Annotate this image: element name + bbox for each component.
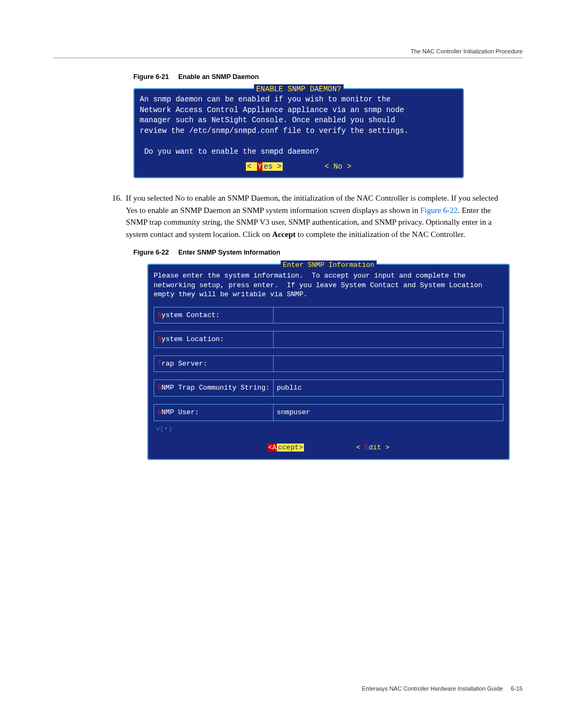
scroll-indicator: v(+)	[156, 424, 503, 434]
page-number: 6-15	[511, 685, 523, 692]
figure-title: Enter SNMP System Information	[178, 249, 280, 256]
step-number: 16.	[112, 192, 126, 240]
trap-server-row: Trap Server:	[154, 355, 503, 373]
community-string-row: SNMP Trap Community String: public	[154, 379, 503, 397]
snmp-info-dialog: Enter SNMP Information Please enter the …	[147, 264, 510, 460]
trap-server-label: Trap Server:	[154, 355, 274, 373]
page-footer: Enterasys NAC Controller Hardware Instal…	[362, 685, 523, 692]
step-16: 16. If you selected No to enable an SNMP…	[112, 192, 507, 240]
system-contact-row: System Contact:	[154, 307, 503, 324]
dialog-title: ENABLE SNMP DAEMON?	[254, 84, 343, 95]
dialog-body: An snmp daemon can be enabled if you wis…	[140, 94, 458, 157]
figure-link[interactable]: Figure 6-22	[420, 206, 458, 215]
figure-6-22-caption: Figure 6-22 Enter SNMP System Informatio…	[133, 249, 523, 256]
system-location-label: System Location:	[154, 331, 274, 348]
figure-6-21-caption: Figure 6-21 Enable an SNMP Daemon	[133, 73, 523, 81]
page-header: The NAC Controller Initialization Proced…	[53, 48, 523, 58]
footer-text: Enterasys NAC Controller Hardware Instal…	[362, 685, 503, 692]
system-location-input[interactable]	[274, 331, 503, 348]
dialog-title: Enter SNMP Information	[281, 260, 377, 270]
no-button[interactable]: < No >	[324, 162, 351, 172]
system-contact-label: System Contact:	[154, 307, 274, 324]
snmp-user-row: SNMP User: snmpuser	[154, 404, 503, 421]
accept-button[interactable]: <Accept>	[268, 444, 304, 452]
dialog-intro: Please enter the system information. To …	[154, 271, 503, 299]
community-string-input[interactable]: public	[274, 379, 503, 397]
figure-number: Figure 6-22	[133, 249, 169, 256]
edit-button[interactable]: < Edit >	[356, 444, 389, 452]
figure-title: Enable an SNMP Daemon	[178, 73, 259, 81]
figure-number: Figure 6-21	[133, 73, 169, 81]
yes-button[interactable]: < Yes >	[246, 162, 283, 172]
trap-server-input[interactable]	[274, 355, 503, 373]
system-contact-input[interactable]	[274, 307, 503, 324]
system-location-row: System Location:	[154, 331, 503, 348]
enable-snmp-dialog: ENABLE SNMP DAEMON? An snmp daemon can b…	[133, 88, 464, 178]
community-string-label: SNMP Trap Community String:	[154, 379, 274, 397]
snmp-user-label: SNMP User:	[154, 404, 274, 421]
snmp-user-input[interactable]: snmpuser	[274, 404, 503, 421]
step-text: If you selected No to enable an SNMP Dae…	[126, 192, 507, 240]
